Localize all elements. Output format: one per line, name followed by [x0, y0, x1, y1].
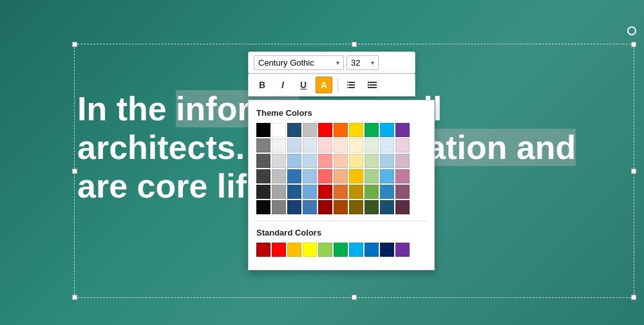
color-swatch[interactable]: [318, 138, 332, 153]
color-swatch[interactable]: [303, 138, 317, 153]
color-swatch[interactable]: [395, 169, 410, 183]
font-color-button[interactable]: A: [316, 77, 332, 93]
color-swatch[interactable]: [395, 185, 410, 199]
underline-button[interactable]: U: [295, 77, 312, 93]
color-swatch[interactable]: [272, 185, 286, 199]
standard-color-swatch[interactable]: [365, 243, 379, 257]
italic-button[interactable]: I: [274, 77, 291, 93]
color-swatch[interactable]: [395, 138, 410, 153]
color-swatch[interactable]: [380, 169, 394, 183]
color-swatch[interactable]: [272, 169, 286, 183]
color-swatch[interactable]: [349, 200, 363, 214]
color-swatch[interactable]: [303, 169, 317, 183]
color-swatch[interactable]: [318, 123, 332, 137]
color-swatch[interactable]: [287, 200, 301, 214]
color-swatch[interactable]: [318, 154, 332, 168]
color-swatch[interactable]: [365, 169, 379, 183]
font-size-label: 32: [351, 58, 360, 68]
svg-rect-3: [347, 82, 348, 83]
color-swatch[interactable]: [349, 138, 363, 153]
color-swatch[interactable]: [256, 123, 270, 137]
svg-rect-4: [347, 84, 348, 86]
indent-icon: [367, 80, 377, 90]
color-swatch[interactable]: [380, 154, 394, 168]
formatting-toolbar: Century Gothic ▾ 32 ▾ B I U A: [248, 51, 415, 97]
theme-color-grid: [256, 123, 426, 214]
color-swatch[interactable]: [380, 200, 394, 214]
font-name-dropdown[interactable]: Century Gothic ▾: [254, 55, 344, 70]
standard-color-swatch[interactable]: [287, 243, 301, 257]
color-swatch[interactable]: [365, 138, 379, 153]
color-swatch[interactable]: [349, 154, 363, 168]
svg-rect-7: [370, 84, 377, 86]
color-swatch[interactable]: [395, 154, 410, 168]
list-button[interactable]: [343, 77, 360, 93]
color-swatch[interactable]: [303, 200, 317, 214]
standard-color-swatch[interactable]: [380, 243, 394, 257]
color-swatch[interactable]: [318, 185, 332, 199]
color-swatch[interactable]: [256, 138, 270, 153]
color-picker-dropdown: Theme Colors Standard Colors: [248, 100, 435, 270]
svg-rect-0: [348, 82, 355, 83]
color-swatch[interactable]: [287, 123, 301, 137]
color-swatch[interactable]: [318, 169, 332, 183]
color-swatch[interactable]: [256, 154, 270, 168]
color-swatch[interactable]: [334, 200, 348, 214]
standard-color-swatch[interactable]: [272, 243, 286, 257]
standard-color-swatch[interactable]: [349, 243, 363, 257]
color-swatch[interactable]: [365, 200, 379, 214]
color-swatch[interactable]: [365, 154, 379, 168]
color-swatch[interactable]: [287, 185, 301, 199]
color-swatch[interactable]: [272, 200, 286, 214]
bold-button[interactable]: B: [254, 77, 270, 93]
color-swatch[interactable]: [365, 123, 379, 137]
color-swatch[interactable]: [334, 169, 348, 183]
color-swatch[interactable]: [303, 185, 317, 199]
svg-rect-6: [368, 82, 377, 83]
color-swatch[interactable]: [395, 123, 410, 137]
color-swatch[interactable]: [287, 154, 301, 168]
color-swatch[interactable]: [256, 200, 270, 214]
color-swatch[interactable]: [287, 169, 301, 183]
color-swatch[interactable]: [334, 154, 348, 168]
standard-colors-title: Standard Colors: [256, 228, 426, 237]
color-swatch[interactable]: [334, 123, 348, 137]
standard-color-swatch[interactable]: [395, 243, 410, 257]
color-swatch[interactable]: [395, 200, 410, 214]
standard-color-swatch[interactable]: [303, 243, 317, 257]
svg-rect-5: [347, 87, 348, 88]
toolbar-top-row: Century Gothic ▾ 32 ▾: [248, 51, 415, 74]
color-swatch[interactable]: [380, 123, 394, 137]
color-swatch[interactable]: [272, 154, 286, 168]
color-swatch[interactable]: [349, 123, 363, 137]
color-swatch[interactable]: [256, 169, 270, 183]
color-swatch[interactable]: [349, 185, 363, 199]
color-section-divider: [256, 221, 426, 221]
toolbar-format-row: B I U A: [248, 74, 415, 97]
color-swatch[interactable]: [380, 185, 394, 199]
color-swatch[interactable]: [303, 123, 317, 137]
color-swatch[interactable]: [272, 138, 286, 153]
color-swatch[interactable]: [334, 138, 348, 153]
color-swatch[interactable]: [380, 138, 394, 153]
font-name-label: Century Gothic: [258, 58, 314, 68]
font-dropdown-arrow: ▾: [336, 59, 339, 66]
color-swatch[interactable]: [334, 185, 348, 199]
color-swatch[interactable]: [272, 123, 286, 137]
color-swatch[interactable]: [303, 154, 317, 168]
standard-color-swatch[interactable]: [256, 243, 270, 257]
standard-color-swatch[interactable]: [318, 243, 332, 257]
svg-rect-1: [348, 84, 355, 86]
svg-rect-2: [348, 87, 355, 88]
standard-color-swatch[interactable]: [334, 243, 348, 257]
standard-color-grid: [256, 243, 426, 257]
color-swatch[interactable]: [349, 169, 363, 183]
color-swatch[interactable]: [365, 185, 379, 199]
color-swatch[interactable]: [318, 200, 332, 214]
color-swatch[interactable]: [256, 185, 270, 199]
font-size-dropdown[interactable]: 32 ▾: [346, 55, 379, 70]
color-swatch[interactable]: [287, 138, 301, 153]
font-color-label: A: [321, 80, 327, 90]
indent-button[interactable]: [364, 77, 381, 93]
size-dropdown-arrow: ▾: [371, 59, 374, 66]
